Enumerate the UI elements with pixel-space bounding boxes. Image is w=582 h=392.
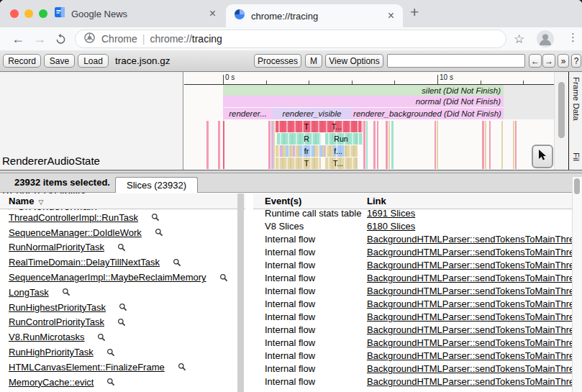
side-tab-file[interactable]: Fil bbox=[572, 152, 581, 161]
event-link[interactable]: BackgroundHTMLParser::sendTokensToMainTh… bbox=[367, 350, 572, 361]
table-row: Internal flowBackgroundHTMLParser::sendT… bbox=[253, 285, 572, 298]
event-link[interactable]: BackgroundHTMLParser::sendTokensToMainTh… bbox=[367, 260, 572, 270]
magnifier-icon[interactable] bbox=[173, 258, 181, 267]
timeline-slice[interactable] bbox=[268, 121, 270, 169]
timeline-slice[interactable] bbox=[513, 121, 514, 169]
cursor-arrow-icon bbox=[537, 149, 547, 164]
event-link[interactable]: BackgroundHTMLParser::sendTokensToMainTh… bbox=[367, 324, 572, 335]
magnifier-icon[interactable] bbox=[155, 228, 163, 237]
timeline-slice[interactable] bbox=[388, 121, 390, 169]
event-link[interactable]: BackgroundHTMLParser::sendTokensToMainTh… bbox=[367, 337, 572, 348]
name-list-scrollbar[interactable] bbox=[237, 193, 244, 392]
magnifier-icon[interactable] bbox=[119, 303, 127, 311]
timeline-slice[interactable] bbox=[377, 121, 378, 169]
name-column-header[interactable]: Name▽ bbox=[0, 193, 245, 209]
timeline-slice[interactable] bbox=[358, 121, 363, 132]
timeline-slice[interactable] bbox=[435, 121, 436, 169]
timeline-slice[interactable] bbox=[515, 121, 517, 169]
selection-mode-button[interactable] bbox=[532, 145, 553, 168]
table-row: Internal flowBackgroundHTMLParser::sendT… bbox=[253, 259, 572, 272]
events-scrollbar[interactable] bbox=[572, 177, 582, 392]
slice-name-link[interactable]: ThreadControllerImpl::RunTask bbox=[9, 212, 138, 223]
event-link[interactable]: BackgroundHTMLParser::sendTokensToMainTh… bbox=[367, 376, 572, 387]
slice-name-link[interactable]: RunHighestPriorityTask bbox=[9, 302, 106, 313]
magnifier-icon[interactable] bbox=[62, 288, 71, 296]
slice-name-link[interactable]: SequenceManager::DoIdleWork bbox=[9, 227, 142, 238]
event-link[interactable]: 1691 Slices bbox=[367, 208, 415, 219]
slice-name-link[interactable]: RunControlPriorityTask bbox=[9, 316, 104, 327]
slice-name-link[interactable]: V8.RunMicrotasks bbox=[9, 332, 84, 342]
magnifier-icon[interactable] bbox=[106, 348, 115, 357]
event-type: Internal flow bbox=[265, 298, 315, 309]
event-link[interactable]: 6180 Slices bbox=[367, 221, 415, 232]
ruler-tick bbox=[437, 75, 438, 84]
timeline-scrollbar-thumb[interactable] bbox=[558, 82, 565, 138]
event-link[interactable]: BackgroundHTMLParser::sendTokensToMainTh… bbox=[367, 298, 572, 309]
event-type: Internal flow bbox=[265, 350, 315, 361]
timeline-band[interactable]: renderer... bbox=[223, 108, 273, 119]
magnifier-icon[interactable] bbox=[117, 243, 126, 252]
magnifier-icon[interactable] bbox=[219, 273, 228, 282]
timeline-slice[interactable] bbox=[280, 145, 282, 157]
magnifier-icon[interactable] bbox=[97, 333, 106, 342]
event-link[interactable]: BackgroundHTMLParser::sendTokensToMainTh… bbox=[367, 286, 572, 296]
magnifier-icon[interactable] bbox=[117, 318, 126, 327]
timeline-slice[interactable] bbox=[485, 121, 486, 169]
slice-name-link[interactable]: MemoryCache::evict bbox=[9, 377, 94, 388]
timeline-slice[interactable] bbox=[437, 121, 438, 169]
events-scrollbar-thumb[interactable] bbox=[574, 178, 580, 194]
events-column-header[interactable]: Event(s) bbox=[265, 196, 301, 206]
slice-name-link[interactable]: RunNormalPriorityTask bbox=[9, 242, 104, 252]
slice-name-link[interactable]: HTMLCanvasElement::FinalizeFrame bbox=[9, 362, 165, 373]
event-type: Internal flow bbox=[265, 311, 315, 322]
slice-label: T... bbox=[327, 158, 349, 169]
slice-label: fr bbox=[296, 145, 317, 157]
table-row: V8.RunMicrotasks bbox=[0, 329, 237, 345]
timeline-slice[interactable] bbox=[391, 121, 394, 169]
link-column-header[interactable]: Link bbox=[367, 196, 386, 206]
slices-tab[interactable]: Slices (23932) bbox=[115, 177, 198, 193]
timeline-slice[interactable] bbox=[482, 121, 484, 169]
slice-label: T bbox=[296, 121, 317, 132]
timeline-slice[interactable] bbox=[501, 121, 503, 169]
timeline-band[interactable]: renderer_visible bbox=[273, 108, 351, 119]
slice-name-link[interactable]: LongTask bbox=[9, 287, 49, 298]
timeline-slice[interactable] bbox=[386, 121, 388, 169]
table-row: Internal flowBackgroundHTMLParser::sendT… bbox=[253, 246, 572, 259]
event-link[interactable]: BackgroundHTMLParser::sendTokensToMainTh… bbox=[367, 363, 572, 374]
ruler-baseline bbox=[184, 84, 568, 85]
table-row: Internal flowBackgroundHTMLParser::sendT… bbox=[253, 375, 572, 388]
event-link[interactable]: BackgroundHTMLParser::sendTokensToMainTh… bbox=[367, 273, 572, 283]
timeline-slice[interactable] bbox=[373, 121, 376, 169]
table-row: Internal flowBackgroundHTMLParser::sendT… bbox=[253, 298, 572, 311]
timeline-band[interactable]: silent (Did Not Finish) bbox=[223, 85, 504, 96]
timeline-slice[interactable] bbox=[273, 121, 275, 169]
event-link[interactable]: BackgroundHTMLParser::sendTokensToMainTh… bbox=[367, 234, 572, 245]
timeline-slice[interactable] bbox=[223, 121, 224, 169]
timeline-slice[interactable] bbox=[293, 145, 295, 157]
event-link[interactable]: BackgroundHTMLParser::sendTokensToMainTh… bbox=[367, 311, 572, 322]
timeline-slice[interactable] bbox=[359, 133, 363, 145]
timeline-band[interactable]: normal (Did Not Finish) bbox=[223, 96, 504, 107]
timeline-slice[interactable] bbox=[363, 121, 365, 169]
timeline-slice[interactable] bbox=[489, 121, 491, 169]
magnifier-icon[interactable] bbox=[178, 363, 186, 371]
timeline-slice[interactable] bbox=[286, 145, 289, 157]
timeline-slice[interactable] bbox=[218, 121, 220, 169]
event-type: Internal flow bbox=[265, 324, 315, 335]
timeline-slice[interactable] bbox=[324, 145, 325, 157]
timeline-slice[interactable] bbox=[206, 121, 209, 169]
table-row: Internal flowBackgroundHTMLParser::sendT… bbox=[253, 272, 572, 285]
timeline-slice[interactable] bbox=[319, 145, 322, 157]
slice-name-link[interactable]: SequenceManagerImpl::MaybeReclaimMemory bbox=[9, 272, 206, 283]
magnifier-icon[interactable] bbox=[106, 378, 115, 386]
side-tab-frame-data[interactable]: Frame Data bbox=[572, 77, 581, 121]
event-link[interactable]: BackgroundHTMLParser::sendTokensToMainTh… bbox=[367, 247, 572, 257]
timeline-slice[interactable] bbox=[366, 121, 368, 169]
ruler-tick-label: 0 s bbox=[225, 73, 235, 81]
timeline-band[interactable]: renderer_backgrounded (Did Not Finish) bbox=[351, 108, 504, 119]
slice-label: T bbox=[296, 158, 317, 169]
magnifier-icon[interactable] bbox=[151, 213, 160, 222]
slice-name-link[interactable]: RealTimeDomain::DelayTillNextTask bbox=[9, 257, 160, 268]
slice-name-link[interactable]: RunHighPriorityTask bbox=[9, 347, 94, 357]
